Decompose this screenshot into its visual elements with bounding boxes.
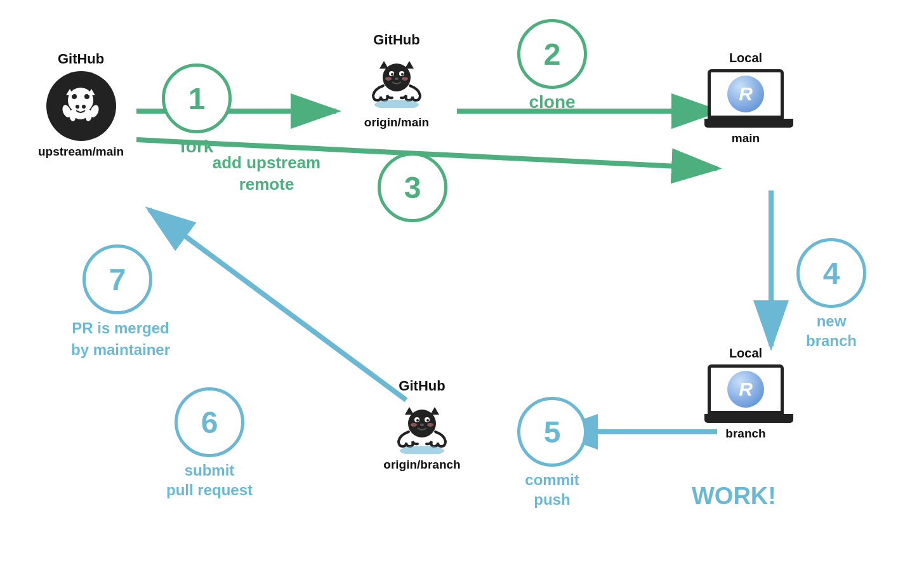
work-label: WORK! [692, 483, 776, 510]
svg-marker-22 [380, 61, 388, 69]
svg-marker-33 [405, 407, 414, 415]
local-main-label: main [704, 131, 787, 145]
svg-point-31 [374, 100, 419, 108]
local-main-title: Local [704, 51, 787, 65]
local-branch-title: Local [704, 346, 787, 361]
step-4-circle: 4 [796, 238, 866, 308]
svg-point-42 [400, 446, 444, 454]
upstream-main-node: GitHub [38, 51, 124, 159]
step-6-circle: 6 [175, 387, 244, 457]
svg-point-26 [391, 73, 393, 76]
step-7-label: PR is mergedby maintainer [32, 317, 209, 360]
origin-branch-node: GitHub origin/branch [381, 378, 463, 472]
svg-point-20 [82, 105, 86, 109]
origin-main-node: GitHub [355, 32, 438, 130]
svg-point-30 [395, 77, 399, 80]
upstream-github-label: GitHub [38, 51, 124, 67]
step-7-circle: 7 [82, 244, 152, 314]
local-main-node: Local R main [704, 51, 787, 145]
svg-line-8 [149, 210, 406, 400]
svg-point-28 [385, 77, 392, 81]
step-4-label: newbranch [796, 311, 866, 350]
step-5-circle: 5 [517, 397, 587, 467]
local-branch-node: Local R branch [704, 346, 787, 441]
step-6-label: submitpull request [136, 460, 282, 500]
step-3-label: add upstreamremote [178, 152, 355, 196]
step-1-circle: 1 [162, 63, 232, 133]
origin-branch-github-label: GitHub [381, 378, 463, 394]
origin-branch-label: origin/branch [381, 458, 463, 472]
step-2-circle: 2 [517, 19, 587, 89]
step-5-label: commitpush [517, 470, 587, 509]
svg-point-41 [420, 424, 424, 426]
origin-main-github-label: GitHub [355, 32, 438, 48]
svg-point-19 [76, 105, 79, 109]
step-3-circle: 3 [378, 152, 447, 222]
svg-point-39 [411, 423, 417, 427]
svg-point-38 [426, 419, 429, 422]
svg-point-29 [402, 77, 408, 81]
local-branch-label: branch [704, 427, 787, 441]
svg-point-27 [401, 73, 404, 76]
workflow-diagram: GitHub [0, 0, 924, 574]
svg-marker-34 [430, 407, 439, 415]
upstream-label: upstream/main [38, 145, 124, 159]
svg-point-18 [72, 102, 89, 119]
svg-point-37 [416, 419, 419, 422]
svg-marker-23 [405, 61, 414, 69]
step-2-label: clone [517, 92, 587, 112]
origin-main-label: origin/main [355, 116, 438, 130]
svg-point-40 [427, 423, 433, 427]
